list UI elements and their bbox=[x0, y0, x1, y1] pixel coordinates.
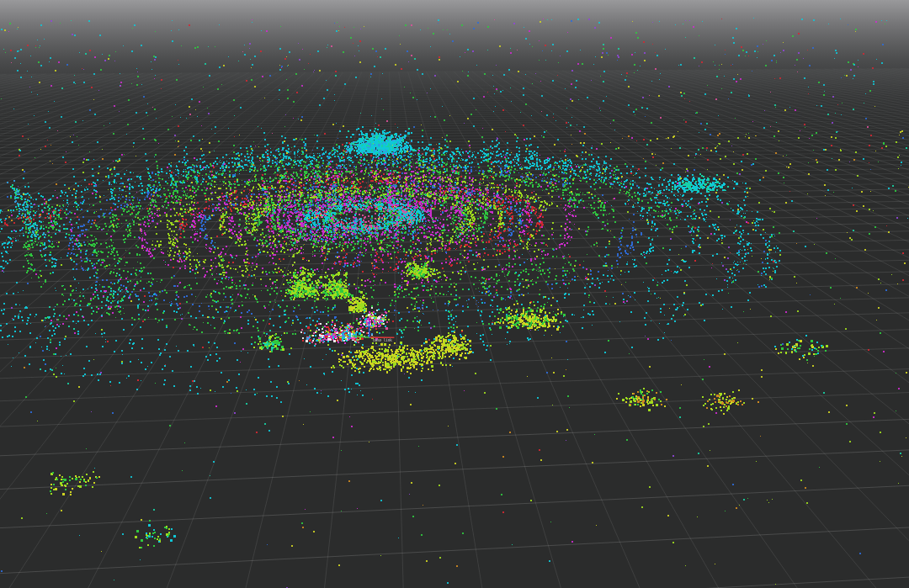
viewport-canvas[interactable] bbox=[0, 0, 909, 588]
pointcloud-3d-viewport[interactable]: base_link bbox=[0, 0, 909, 588]
